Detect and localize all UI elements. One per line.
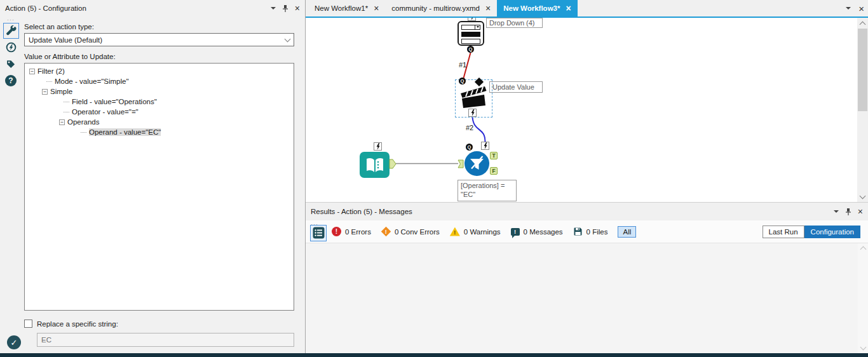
lightning-anchor[interactable] [468,109,477,117]
tree-item-operand[interactable]: Operand - value="EC" [25,127,294,137]
warnings-filter[interactable]: ! 0 Warnings [450,227,501,236]
check-icon: ✓ [11,338,18,347]
tree-guide [46,81,52,82]
dropdown-glyph [461,25,480,30]
update-value-annotation[interactable]: Update Value [489,81,543,93]
last-run-button[interactable]: Last Run [763,226,804,238]
tree-guide [64,102,69,102]
configuration-panel-header: Action (5) - Configuration × [0,0,305,17]
annotation-tab-button[interactable] [3,56,19,72]
funnel-icon [465,151,489,176]
pin-icon[interactable] [845,208,851,216]
help-tab-button[interactable]: ? [3,72,19,88]
tree-item-filter[interactable]: −Filter (2) [25,66,294,76]
apply-button[interactable]: ✓ [7,335,21,349]
results-title: Results - Action (5) - Messages [311,208,834,215]
tree-guide [81,132,86,133]
message-icon: ! [511,228,520,236]
collapse-icon[interactable]: − [29,69,35,74]
tab-close-icon[interactable]: × [485,4,491,13]
results-scrollbar[interactable] [858,243,868,353]
attribute-tree: −Filter (2) Mode - value="Simple" −Simpl… [24,63,294,311]
conv-error-icon: ! [381,227,391,237]
canvas-scrollbar[interactable] [857,18,868,202]
tree-item-simple[interactable]: −Simple [25,86,294,97]
connection-label-2: #2 [466,124,473,131]
scroll-down-button[interactable] [858,343,868,353]
question-anchor[interactable]: Q [466,144,473,151]
tree-item-operator[interactable]: Operator - value="=" [25,107,294,117]
warning-icon: ! [450,227,460,236]
scroll-up-button[interactable] [857,18,868,29]
collapse-icon[interactable]: − [59,119,65,125]
lightning-icon [470,109,475,116]
drop-down-tool[interactable] [458,21,484,46]
drop-down-annotation[interactable]: Drop Down (4) [486,18,543,28]
lightning-anchor[interactable] [481,142,489,150]
tab-close-icon[interactable]: × [374,4,379,13]
lightning-icon [376,143,381,150]
text-input-tool[interactable] [360,152,390,178]
action-type-select[interactable]: Update Value (Default) [24,33,294,46]
question-anchor[interactable]: Q [459,77,466,84]
conv-errors-filter[interactable]: ! 0 Conv Errors [381,228,440,236]
results-message-area[interactable] [306,243,868,353]
tag-icon [5,58,17,70]
tab-community-multirow[interactable]: community - multirow.yxmd × [385,0,497,17]
wrench-icon [5,25,17,37]
configuration-panel: Action (5) - Configuration × ··· [0,0,306,353]
panel-menu-icon[interactable] [271,7,276,10]
close-icon[interactable]: × [858,207,863,216]
messages-filter[interactable]: ! 0 Messages [511,228,563,236]
filter-annotation[interactable]: [Operations] = "EC" [458,180,517,201]
configuration-panel-title: Action (5) - Configuration [5,4,271,12]
configuration-tab-button[interactable] [3,23,19,39]
tab-list-icon[interactable] [846,7,851,10]
tab-new-workflow3[interactable]: New Workflow3* × [497,0,577,17]
configuration-view-button[interactable]: Configuration [804,226,860,238]
scroll-up-button[interactable] [858,243,868,253]
tree-item-mode[interactable]: Mode - value="Simple" [25,76,294,86]
connection-blue[interactable] [473,117,485,142]
tab-close-icon[interactable]: × [566,4,571,13]
window-bottom-edge [0,353,868,357]
files-filter[interactable]: 0 Files [573,227,608,236]
toolbar-grip: ··· [7,18,15,23]
replace-string-input[interactable] [37,333,294,347]
true-output-anchor[interactable]: T [490,152,498,159]
tree-item-operands[interactable]: −Operands [25,117,294,127]
lightning-icon [470,18,475,20]
action-tool-icon[interactable] [458,84,489,109]
results-header: Results - Action (5) - Messages × [306,203,868,220]
tab-bar-close-icon[interactable]: × [858,4,864,13]
workflow-tab-bar: New Workflow1* × community - multirow.yx… [306,0,868,17]
scrollbar-thumb[interactable] [858,29,867,111]
alteryx-designer-window: Action (5) - Configuration × ··· [0,0,868,357]
chevron-down-icon [285,36,291,42]
tree-guide [64,112,69,112]
connection-label-1: #1 [459,61,466,69]
panel-menu-icon[interactable] [834,210,839,213]
toolbar-grip: ··· [311,221,318,227]
pin-icon[interactable] [282,4,288,13]
input-anchor[interactable] [458,159,464,168]
tree-item-field[interactable]: Field - value="Operations" [25,97,294,107]
scroll-down-button[interactable] [857,191,868,202]
all-filter-button[interactable]: All [618,226,636,238]
tab-new-workflow1[interactable]: New Workflow1* × [308,0,385,17]
lightning-anchor[interactable] [374,142,382,151]
errors-filter[interactable]: ! 0 Errors [332,227,371,236]
question-anchor[interactable]: Q [467,46,474,53]
filter-tool[interactable] [465,151,489,176]
lightning-anchor[interactable] [468,18,476,21]
test-tab-button[interactable] [3,39,19,55]
workflow-canvas[interactable]: Q Drop Down (4) #1 Q Update Value #2 [306,18,868,202]
results-panel: Results - Action (5) - Messages × ··· ! … [306,202,868,353]
collapse-icon[interactable]: − [42,89,48,95]
false-output-anchor[interactable]: F [490,167,498,175]
close-icon[interactable]: × [295,4,300,13]
output-anchor[interactable] [389,159,397,169]
workflow-area: New Workflow1* × community - multirow.yx… [306,0,868,353]
replace-string-checkbox[interactable] [24,320,32,328]
results-toolbar: ··· ! 0 Errors ! 0 Conv Errors ! 0 Warni… [306,220,868,243]
